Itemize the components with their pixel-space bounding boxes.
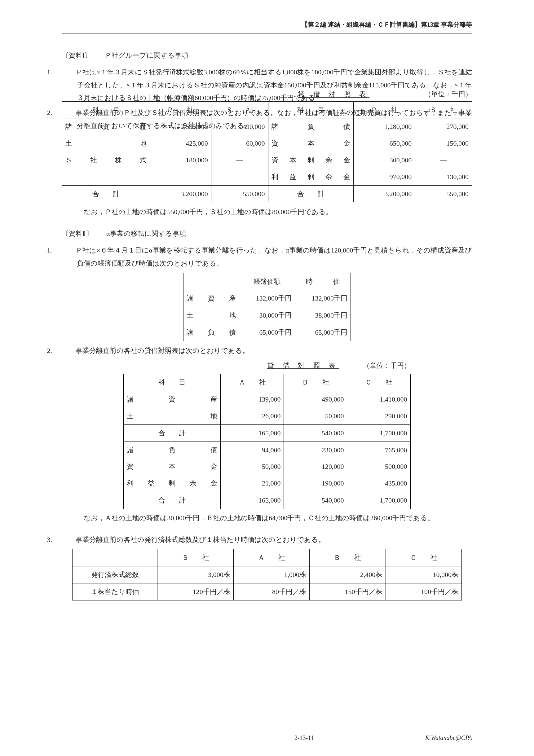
table-row: 科 目Ａ 社Ｂ 社Ｃ 社 [124, 374, 410, 391]
table-row: 土地425,00060,000資本金650,000150,000 [62, 135, 472, 152]
table-row: 諸資産139,000490,0001,410,000 [124, 391, 410, 408]
cell: 500,000 [347, 458, 410, 475]
cell: 65,000千円 [239, 324, 295, 341]
cell [183, 273, 239, 290]
cell: 120千円／株 [157, 583, 233, 600]
cell: 諸負債 [183, 324, 239, 341]
cell: 165,000 [221, 492, 284, 509]
cell: 時 価 [295, 273, 351, 290]
cell [150, 169, 211, 185]
cell: 土地 [62, 135, 150, 152]
cell: 165,000 [221, 424, 284, 442]
cell: 土地 [183, 307, 239, 324]
cell: 諸負債 [124, 442, 221, 458]
table-row: 土地26,00050,000290,000 [124, 408, 410, 424]
cell: 970,000 [353, 169, 415, 185]
cell: 130,000 [415, 169, 472, 185]
cell: 利益剰余金 [268, 169, 353, 185]
table-row: 合 計3,200,000550,000合 計3,200,000550,000 [62, 185, 472, 202]
s2-item1: 1.Ｐ社は×６年４月１日にα事業を移転する事業分離を行った。なお，α事業の時価は… [62, 244, 472, 270]
cell [62, 169, 150, 185]
cell: 150千円／株 [310, 583, 385, 600]
cell: 合 計 [62, 185, 150, 202]
table-row: 発行済株式総数3,000株1,000株2,400株10,000株 [72, 566, 462, 583]
alpha-business-table: 帳簿価額時 価諸資産132,000千円132,000千円土地30,000千円38… [183, 273, 351, 341]
cell: 60,000 [211, 135, 268, 152]
cell: 発行済株式総数 [72, 566, 157, 583]
cell: 425,000 [150, 135, 211, 152]
table-row: 合 計165,000540,0001,700,000 [124, 492, 410, 509]
cell: 290,000 [347, 408, 410, 424]
table-row: 合 計165,000540,0001,700,000 [124, 424, 410, 442]
cell: 190,000 [284, 475, 347, 492]
cell: 550,000 [415, 185, 472, 202]
s2-item3-text: 事業分離直前の各社の発行済株式総数及び１株当たり時価は次のとおりである。 [76, 536, 325, 543]
cell: 2,400株 [310, 566, 385, 583]
table-row: 諸負債65,000千円65,000千円 [183, 324, 351, 341]
s2-item1-num: 1. [62, 244, 76, 257]
cell: 50,000 [221, 458, 284, 475]
table-row: 利益剰余金21,000190,000435,000 [124, 475, 410, 492]
table-row: Ｓ社株式180,000—資本剰余金300,000— [62, 152, 472, 169]
s1-note: なお，Ｐ社の土地の時価は550,000千円，Ｓ社の土地の時価は80,000千円で… [84, 205, 472, 218]
footer: － 2-13-11 － K.Watanabe@CPA [0, 732, 534, 743]
credit: K.Watanabe@CPA [425, 732, 472, 743]
table1-host: 貸 借 対 照 表 （単位：千円） 科 目Ｐ 社Ｓ 社科 目Ｐ 社Ｓ 社諸資産2… [62, 88, 472, 202]
cell: 38,000千円 [295, 307, 351, 324]
s2-item2-num: 2. [62, 344, 76, 357]
cell: 26,000 [221, 408, 284, 424]
cell: 資本金 [124, 458, 221, 475]
table2-wrap: 帳簿価額時 価諸資産132,000千円132,000千円土地30,000千円38… [62, 273, 472, 341]
cell: 3,200,000 [353, 185, 415, 202]
cell: 132,000千円 [239, 290, 295, 307]
s2-item3: 3.事業分離直前の各社の発行済株式総数及び１株当たり時価は次のとおりである。 [62, 533, 472, 546]
cell: Ｃ 社 [385, 549, 462, 566]
cell: 132,000千円 [295, 290, 351, 307]
cell: 94,000 [221, 442, 284, 458]
s2-item3-num: 3. [62, 533, 76, 546]
cell: 550,000 [211, 185, 268, 202]
cell: 資本剰余金 [268, 152, 353, 169]
cell: 540,000 [284, 424, 347, 442]
table-row: 諸資産2,595,000490,000諸負債1,280,000270,000 [62, 118, 472, 135]
cell: 合 計 [124, 424, 221, 442]
s2-note2: なお，Ａ社の土地の時価は30,000千円，Ｂ社の土地の時価は64,000千円，Ｃ… [84, 512, 472, 525]
cell: 土地 [124, 408, 221, 424]
cell: 180,000 [150, 152, 211, 169]
table-row: １株当たり時価120千円／株80千円／株150千円／株100千円／株 [72, 583, 462, 600]
cell: Ｂ 社 [284, 374, 347, 391]
cell: Ｂ 社 [310, 549, 385, 566]
s2-item1-text: Ｐ社は×６年４月１日にα事業を移転する事業分離を行った。なお，α事業の時価は12… [76, 246, 472, 267]
cell: 30,000千円 [239, 307, 295, 324]
balance-sheet-table-3: 科 目Ａ 社Ｂ 社Ｃ 社諸資産139,000490,0001,410,000土地… [123, 374, 410, 509]
table4-wrap: Ｓ 社Ａ 社Ｂ 社Ｃ 社発行済株式総数3,000株1,000株2,400株10,… [62, 549, 472, 600]
page-number: － 2-13-11 － [183, 732, 425, 743]
breadcrumb: 【第２編 連結・組織再編・ＣＦ計算書編】第13章 事業分離等 [62, 18, 472, 30]
cell: 10,000株 [385, 566, 462, 583]
cell: 120,000 [284, 458, 347, 475]
cell: Ｓ社株式 [62, 152, 150, 169]
cell: 21,000 [221, 475, 284, 492]
cell: 帳簿価額 [239, 273, 295, 290]
cell: 50,000 [284, 408, 347, 424]
section1-title: 〔資料Ⅰ〕 Ｐ社グループに関する事項 [62, 49, 472, 62]
cell: 650,000 [353, 135, 415, 152]
cell: Ｓ 社 [157, 549, 233, 566]
cell: 3,000株 [157, 566, 233, 583]
table-row: 資本金50,000120,000500,000 [124, 458, 410, 475]
table1-unit2: （単位：千円） [424, 88, 472, 101]
cell: 230,000 [284, 442, 347, 458]
cell: 1,700,000 [347, 424, 410, 442]
cell: 139,000 [221, 391, 284, 408]
cell: 資本金 [268, 135, 353, 152]
cell: 765,000 [347, 442, 410, 458]
cell [72, 549, 157, 566]
cell: 65,000千円 [295, 324, 351, 341]
cell: 1,410,000 [347, 391, 410, 408]
cell: 諸負債 [268, 118, 353, 135]
cell: — [415, 152, 472, 169]
shares-table: Ｓ 社Ａ 社Ｂ 社Ｃ 社発行済株式総数3,000株1,000株2,400株10,… [72, 549, 462, 600]
table3-caption: 貸 借 対 照 表 [243, 359, 363, 372]
cell: １株当たり時価 [72, 583, 157, 600]
cell: 合 計 [268, 185, 353, 202]
